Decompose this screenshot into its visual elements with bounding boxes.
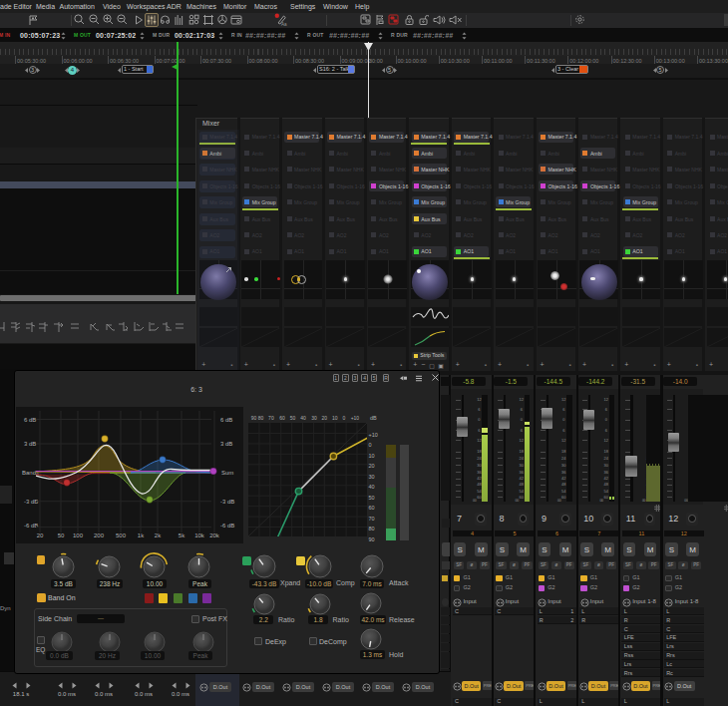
- svg-text:Aa: Aa: [281, 22, 287, 27]
